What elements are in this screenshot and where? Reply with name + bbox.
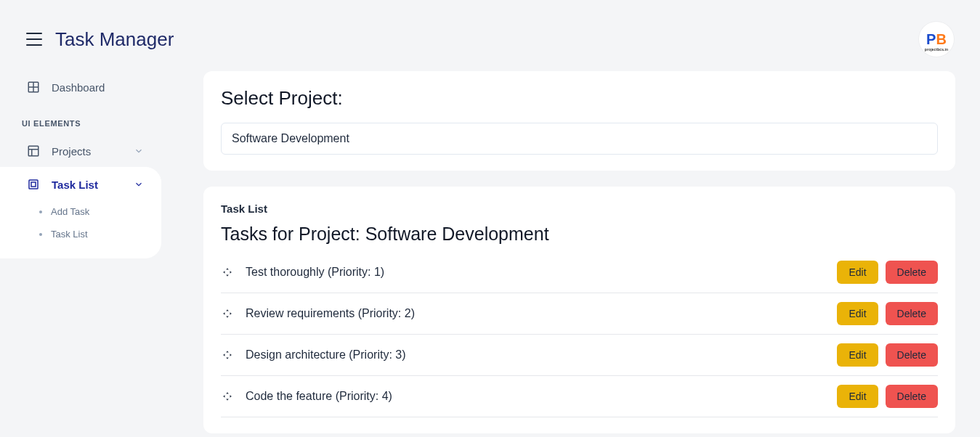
svg-rect-6 xyxy=(29,180,38,189)
svg-marker-10 xyxy=(223,271,224,274)
task-label: Design architecture (Priority: 3) xyxy=(246,348,830,362)
task-icon xyxy=(26,177,41,192)
project-select-value: Software Development xyxy=(232,132,349,144)
svg-marker-15 xyxy=(230,312,232,315)
avatar-letter-b: B xyxy=(936,31,946,48)
edit-button[interactable]: Edit xyxy=(837,385,878,408)
sidebar-item-projects[interactable]: Projects xyxy=(0,135,161,167)
delete-button[interactable]: Delete xyxy=(886,261,938,284)
task-row: Code the feature (Priority: 4) Edit Dele… xyxy=(221,376,938,417)
edit-button[interactable]: Edit xyxy=(837,261,878,284)
svg-marker-17 xyxy=(226,358,229,359)
sidebar-item-label: Dashboard xyxy=(52,81,105,94)
select-project-title: Select Project: xyxy=(221,87,938,110)
sidebar-item-tasklist[interactable]: Task List xyxy=(0,167,161,202)
edit-button[interactable]: Edit xyxy=(837,343,878,367)
avatar[interactable]: PB projectbcs.in xyxy=(919,22,954,57)
svg-marker-9 xyxy=(226,275,229,277)
project-select[interactable]: Software Development xyxy=(221,123,938,155)
task-label: Test thoroughly (Priority: 1) xyxy=(246,266,830,279)
avatar-letter-p: P xyxy=(926,31,936,48)
sidebar-subitem-label: Add Task xyxy=(51,206,89,217)
sidebar-subitem-add-task[interactable]: Add Task xyxy=(0,200,161,223)
sidebar-item-label: Task List xyxy=(52,179,98,191)
task-row: Review requirements (Priority: 2) Edit D… xyxy=(221,293,938,335)
task-row: Design architecture (Priority: 3) Edit D… xyxy=(221,335,938,376)
svg-marker-22 xyxy=(223,395,224,398)
svg-marker-19 xyxy=(230,354,232,356)
chevron-down-icon xyxy=(134,179,144,189)
svg-marker-23 xyxy=(230,395,232,398)
svg-marker-13 xyxy=(226,316,229,318)
task-label: Review requirements (Priority: 2) xyxy=(246,307,830,320)
svg-rect-3 xyxy=(28,146,39,156)
task-label: Code the feature (Priority: 4) xyxy=(246,390,830,403)
svg-marker-16 xyxy=(226,351,229,352)
task-list-card: Task List Tasks for Project: Software De… xyxy=(203,187,955,433)
drag-handle-icon[interactable] xyxy=(221,307,234,320)
delete-button[interactable]: Delete xyxy=(886,385,938,408)
sidebar: Dashboard UI ELEMENTS Projects Task List xyxy=(0,71,161,437)
svg-marker-20 xyxy=(226,392,229,393)
svg-marker-11 xyxy=(230,271,232,274)
avatar-subtext: projectbcs.in xyxy=(925,47,948,52)
drag-handle-icon[interactable] xyxy=(221,348,234,362)
drag-handle-icon[interactable] xyxy=(221,390,234,403)
task-list-subtitle: Task List xyxy=(221,203,938,215)
chevron-down-icon xyxy=(134,146,144,156)
svg-marker-12 xyxy=(226,309,229,311)
svg-marker-21 xyxy=(226,399,229,401)
svg-marker-8 xyxy=(226,268,229,269)
sidebar-section-label: UI ELEMENTS xyxy=(0,103,161,135)
svg-marker-18 xyxy=(223,354,224,356)
sidebar-subitem-label: Task List xyxy=(51,229,88,240)
delete-button[interactable]: Delete xyxy=(886,302,938,325)
svg-rect-7 xyxy=(31,182,36,187)
menu-toggle-icon[interactable] xyxy=(26,33,42,46)
svg-marker-14 xyxy=(223,312,224,315)
sidebar-item-dashboard[interactable]: Dashboard xyxy=(0,71,161,103)
select-project-card: Select Project: Software Development xyxy=(203,71,955,171)
layout-icon xyxy=(26,144,41,158)
app-title: Task Manager xyxy=(55,28,174,51)
edit-button[interactable]: Edit xyxy=(837,302,878,325)
drag-handle-icon[interactable] xyxy=(221,266,234,279)
tasks-heading: Tasks for Project: Software Development xyxy=(221,224,938,245)
sidebar-item-label: Projects xyxy=(52,145,91,158)
delete-button[interactable]: Delete xyxy=(886,343,938,367)
task-row: Test thoroughly (Priority: 1) Edit Delet… xyxy=(221,252,938,293)
sidebar-subitem-task-list[interactable]: Task List xyxy=(0,223,161,245)
grid-icon xyxy=(26,80,41,94)
